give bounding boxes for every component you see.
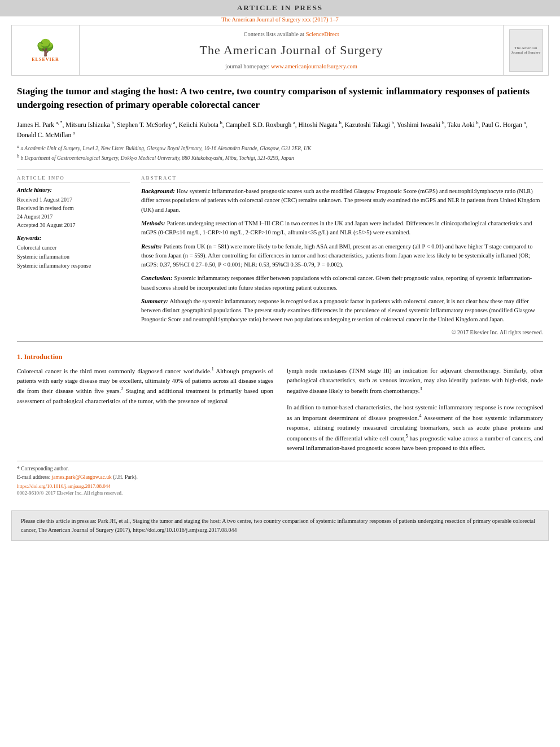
intro-col-left: Colorectal cancer is the third most comm…	[17, 366, 273, 453]
keyword-2: Systemic inflammation	[17, 252, 130, 261]
corresponding-author-note: * Corresponding author.	[17, 465, 543, 473]
email-link[interactable]: james.park@Glasgow.ac.uk	[52, 474, 112, 480]
sciencedirect-prefix: Contents lists available at	[243, 31, 305, 37]
summary-text: Although the systemic inflammatory respo…	[141, 298, 535, 323]
intro-body: Colorectal cancer is the third most comm…	[17, 366, 543, 453]
intro-text-right-2: In addition to tumor-based characteristi…	[287, 403, 543, 453]
background-text: How systemic inflammation-based prognost…	[141, 188, 540, 213]
keyword-1: Colorectal cancer	[17, 243, 130, 252]
footnotes: * Corresponding author. E-mail address: …	[17, 461, 543, 496]
homepage-line: journal homepage: www.americanjournalofs…	[225, 63, 357, 69]
affiliation-a: a a Academic Unit of Surgery, Level 2, N…	[17, 143, 543, 152]
copyright-line: © 2017 Elsevier Inc. All rights reserved…	[141, 329, 543, 335]
keyword-3: Systemic inflammatory response	[17, 261, 130, 270]
results-label: Results:	[141, 243, 162, 250]
article-history-label: Article history:	[17, 187, 130, 193]
article-history-block: Article history: Received 1 August 2017 …	[17, 187, 130, 229]
article-in-press-banner: ARTICLE IN PRESS	[0, 0, 560, 16]
abstract-methods: Methods: Patients undergoing resection o…	[141, 219, 543, 238]
authors-text: James H. Park a, *, Mitsuru Ishizuka b, …	[17, 121, 527, 138]
intro-col-right: lymph node metastases (TNM stage III) an…	[287, 366, 543, 453]
journal-thumb-label: The American Journal of Surgery	[510, 46, 542, 55]
keywords-block: Keywords: Colorectal cancer Systemic inf…	[17, 235, 130, 270]
elsevier-label: ELSEVIER	[32, 57, 59, 62]
journal-header: 🌳 ELSEVIER Contents lists available at S…	[11, 25, 549, 76]
elsevier-logo-section: 🌳 ELSEVIER	[12, 25, 80, 75]
abstract-col: ABSTRACT Background: How systemic inflam…	[141, 175, 543, 335]
journal-cover-thumbnail: The American Journal of Surgery	[509, 29, 543, 72]
article-title: Staging the tumor and staging the host: …	[17, 85, 543, 112]
conclusion-label: Conclusion:	[141, 274, 173, 281]
corresponding-label: * Corresponding author.	[17, 466, 69, 471]
conclusion-text: Systemic inflammatory responses differ b…	[141, 275, 532, 290]
summary-label: Summary:	[141, 298, 168, 304]
abstract-header: ABSTRACT	[141, 175, 543, 182]
intro-title: 1. Introduction	[17, 353, 543, 361]
page: ARTICLE IN PRESS The American Journal of…	[0, 0, 560, 747]
intro-title-text: Introduction	[24, 353, 63, 361]
issn-line: 0002-9610/© 2017 Elsevier Inc. All right…	[17, 490, 543, 496]
keywords-label: Keywords:	[17, 235, 130, 241]
journal-thumbnail-section: The American Journal of Surgery	[503, 25, 548, 75]
accepted-date: Accepted 30 August 2017	[17, 221, 130, 229]
methods-label: Methods:	[141, 220, 165, 226]
article-info-abstract: ARTICLE INFO Article history: Received 1…	[17, 175, 543, 335]
email-label: E-mail address:	[17, 474, 52, 480]
sciencedirect-link[interactable]: ScienceDirect	[306, 31, 339, 37]
journal-title-section: Contents lists available at ScienceDirec…	[80, 25, 503, 75]
banner-text: ARTICLE IN PRESS	[237, 3, 323, 12]
abstract-background: Background: How systemic inflammation-ba…	[141, 187, 543, 215]
header-divider	[17, 169, 543, 169]
journal-reference: The American Journal of Surgery xxx (201…	[0, 16, 560, 23]
affiliations: a a Academic Unit of Surgery, Level 2, N…	[17, 143, 543, 162]
background-label: Background:	[141, 187, 175, 194]
email-suffix: (J.H. Park).	[113, 474, 138, 480]
homepage-prefix: journal homepage:	[225, 63, 271, 69]
journal-ref-text: The American Journal of Surgery xxx (201…	[221, 16, 339, 23]
abstract-summary: Summary: Although the systemic inflammat…	[141, 297, 543, 325]
affiliation-b: b b Department of Gastroenterological Su…	[17, 153, 543, 162]
revised-date: Received in revised form24 August 2017	[17, 204, 130, 221]
sciencedirect-line: Contents lists available at ScienceDirec…	[243, 31, 339, 37]
abstract-results: Results: Patients from UK (n = 581) were…	[141, 242, 543, 270]
authors-line: James H. Park a, *, Mitsuru Ishizuka b, …	[17, 120, 543, 141]
introduction-section: 1. Introduction Colorectal cancer is the…	[17, 353, 543, 496]
elsevier-tree-icon: 🌳	[36, 38, 55, 57]
abstract-conclusion: Conclusion: Systemic inflammatory respon…	[141, 274, 543, 292]
doi-line[interactable]: https://doi.org/10.1016/j.amjsurg.2017.0…	[17, 483, 543, 489]
content-divider	[17, 341, 543, 342]
main-content: Staging the tumor and staging the host: …	[0, 76, 560, 505]
homepage-link[interactable]: www.americanjournalofsurgery.com	[271, 63, 357, 69]
citation-text: Please cite this article in press as: Pa…	[21, 518, 535, 533]
journal-main-title: The American Journal of Surgery	[199, 43, 383, 58]
email-note: E-mail address: james.park@Glasgow.ac.uk…	[17, 473, 543, 481]
intro-text-left: Colorectal cancer is the third most comm…	[17, 366, 273, 407]
intro-text-right: lymph node metastases (TNM stage III) an…	[287, 366, 543, 396]
citation-bar: Please cite this article in press as: Pa…	[11, 510, 549, 541]
article-info-header: ARTICLE INFO	[17, 175, 130, 182]
intro-number: 1.	[17, 353, 22, 361]
received-date: Received 1 August 2017	[17, 195, 130, 204]
results-text: Patients from UK (n = 581) were more lik…	[141, 243, 532, 268]
article-info-col: ARTICLE INFO Article history: Received 1…	[17, 175, 130, 335]
methods-text: Patients undergoing resection of TNM I–I…	[141, 220, 532, 235]
